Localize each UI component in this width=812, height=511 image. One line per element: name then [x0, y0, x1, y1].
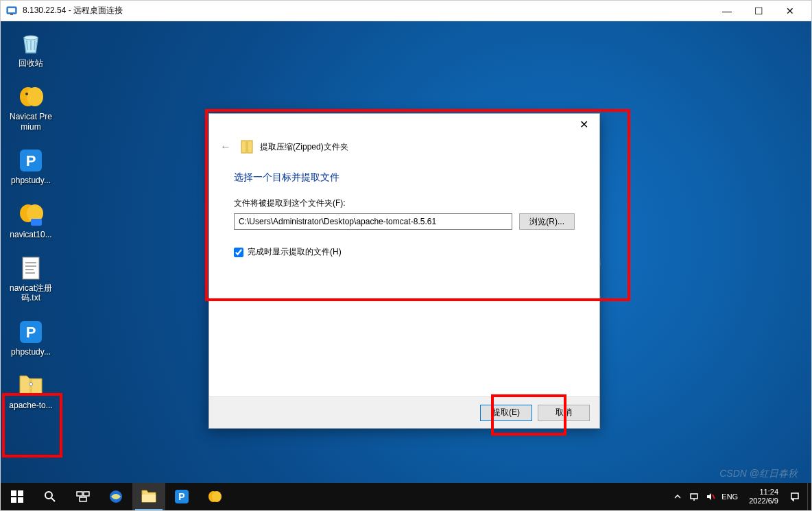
cancel-button[interactable]: 取消	[538, 405, 590, 421]
desktop-icon-navicat-premium[interactable]: Navicat Premium	[5, 82, 57, 133]
dialog-body: 选择一个目标并提取文件 文件将被提取到这个文件夹(F): 浏览(R)... 完成…	[209, 159, 599, 396]
desktop-icon-phpstudy-2[interactable]: P phpstudy...	[5, 317, 57, 358]
icon-label: phpstudy...	[11, 347, 51, 357]
desktop-icon-navicat-10[interactable]: navicat10...	[5, 200, 57, 241]
taskbar-phpstudy[interactable]: P	[165, 483, 198, 510]
taskbar-file-explorer[interactable]	[132, 483, 165, 510]
svg-rect-23	[11, 490, 16, 496]
watermark: CSDN @红日春秋	[719, 468, 798, 480]
search-button[interactable]	[34, 483, 67, 510]
extract-button[interactable]: 提取(E)	[480, 405, 532, 421]
minimize-button[interactable]: —	[711, 1, 743, 21]
phpstudy-icon: P	[17, 147, 45, 174]
zip-folder-icon	[17, 372, 45, 399]
svg-rect-38	[691, 494, 697, 499]
dialog-header: ← 提取压缩(Zipped)文件夹	[209, 134, 599, 159]
start-button[interactable]	[1, 483, 34, 510]
svg-point-27	[45, 492, 52, 499]
desktop-icon-navicat-reg-txt[interactable]: navicat注册码.txt	[5, 253, 57, 305]
desktop-icons: 回收站 Navicat Premium P phpstudy... navica…	[5, 28, 57, 412]
tray-chevron-icon[interactable]	[672, 491, 683, 502]
svg-text:P: P	[26, 152, 36, 169]
svg-rect-2	[10, 14, 13, 15]
svg-rect-22	[246, 141, 248, 153]
desktop-icon-phpstudy-1[interactable]: P phpstudy...	[5, 145, 57, 187]
path-field-label: 文件将被提取到这个文件夹(F):	[234, 198, 575, 209]
svg-rect-24	[18, 490, 23, 496]
show-files-checkbox-row[interactable]: 完成时显示提取的文件(H)	[234, 246, 575, 258]
svg-rect-11	[31, 219, 42, 226]
clock-date: 2022/6/9	[749, 497, 778, 506]
checkbox-label: 完成时显示提取的文件(H)	[248, 246, 342, 258]
taskbar-ie[interactable]	[99, 483, 132, 510]
svg-line-40	[713, 495, 715, 499]
browse-button[interactable]: 浏览(R)...	[519, 213, 575, 230]
svg-text:P: P	[26, 324, 36, 341]
dialog-titlebar[interactable]: ✕	[209, 114, 599, 134]
tray-network-icon[interactable]	[689, 491, 700, 502]
remote-desktop[interactable]: 回收站 Navicat Premium P phpstudy... navica…	[1, 21, 811, 510]
svg-point-37	[212, 491, 222, 502]
icon-label: Navicat Premium	[6, 112, 56, 132]
svg-rect-19	[29, 379, 32, 395]
icon-label: phpstudy...	[11, 176, 51, 185]
tray-volume-icon[interactable]	[705, 491, 716, 502]
svg-rect-26	[18, 497, 23, 503]
svg-point-3	[24, 36, 38, 40]
svg-point-6	[25, 93, 28, 95]
show-desktop-button[interactable]	[807, 483, 811, 510]
icon-label: navicat10...	[10, 230, 51, 239]
phpstudy-icon: P	[17, 318, 45, 346]
svg-rect-12	[23, 257, 39, 279]
show-files-checkbox[interactable]	[234, 248, 243, 257]
clock-time: 11:24	[749, 488, 778, 497]
navicat-icon	[17, 201, 45, 228]
close-button[interactable]: ✕	[774, 1, 806, 21]
svg-text:P: P	[178, 491, 184, 502]
maximize-button[interactable]: ☐	[743, 1, 774, 21]
desktop-icon-apache-tomcat-zip[interactable]: apache-to...	[5, 370, 57, 412]
tray-lang[interactable]: ENG	[721, 492, 738, 501]
icon-label: apache-to...	[9, 401, 52, 410]
text-file-icon	[17, 254, 45, 282]
svg-rect-33	[142, 495, 156, 502]
dialog-footer: 提取(E) 取消	[209, 396, 599, 428]
icon-label: navicat注册码.txt	[6, 283, 56, 303]
icon-label: 回收站	[19, 58, 43, 68]
svg-rect-29	[77, 492, 82, 496]
taskbar-clock[interactable]: 11:24 2022/6/9	[743, 488, 784, 506]
svg-rect-41	[791, 493, 798, 499]
svg-rect-25	[11, 497, 16, 503]
taskbar: P ENG 11:24 2022/6/9	[1, 483, 811, 510]
desktop-icon-recycle-bin[interactable]: 回收站	[5, 28, 57, 69]
rdp-titlebar: 8.130.22.54 - 远程桌面连接 — ☐ ✕	[1, 1, 811, 21]
extract-dialog: ✕ ← 提取压缩(Zipped)文件夹 选择一个目标并提取文件 文件将被提取到这…	[208, 113, 600, 429]
navicat-icon	[17, 83, 45, 110]
rdp-icon	[6, 5, 17, 16]
svg-rect-1	[8, 8, 15, 12]
svg-line-28	[51, 498, 55, 501]
system-tray: ENG 11:24 2022/6/9	[665, 488, 807, 506]
dialog-title: 选择一个目标并提取文件	[234, 171, 575, 184]
path-input[interactable]	[234, 213, 512, 230]
svg-rect-30	[84, 492, 89, 496]
dialog-header-text: 提取压缩(Zipped)文件夹	[260, 141, 348, 153]
svg-point-20	[29, 383, 33, 386]
tray-notifications-icon[interactable]	[789, 491, 800, 502]
rdp-title: 8.130.22.54 - 远程桌面连接	[23, 5, 711, 16]
svg-rect-31	[80, 497, 86, 501]
task-view-button[interactable]	[67, 483, 99, 510]
zip-icon	[241, 140, 253, 154]
back-arrow-icon[interactable]: ←	[217, 139, 234, 155]
recycle-bin-icon	[17, 29, 45, 57]
dialog-close-button[interactable]: ✕	[568, 114, 599, 134]
rdp-window: 8.130.22.54 - 远程桌面连接 — ☐ ✕ 回收站 Navicat P…	[0, 0, 812, 511]
taskbar-navicat[interactable]	[198, 483, 231, 510]
svg-point-5	[27, 87, 43, 106]
